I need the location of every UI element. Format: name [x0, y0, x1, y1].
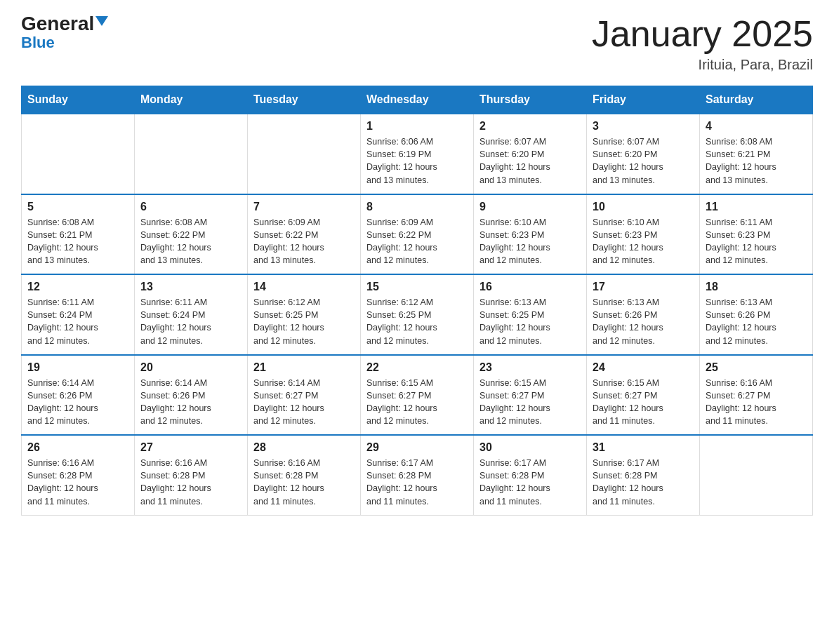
day-number: 26 [27, 441, 128, 454]
day-number: 20 [140, 361, 241, 374]
calendar-cell [135, 114, 248, 194]
calendar-week-1: 1Sunrise: 6:06 AM Sunset: 6:19 PM Daylig… [22, 114, 813, 194]
calendar-cell: 16Sunrise: 6:13 AM Sunset: 6:25 PM Dayli… [474, 274, 587, 355]
day-number: 2 [479, 120, 581, 133]
calendar-cell: 17Sunrise: 6:13 AM Sunset: 6:26 PM Dayli… [587, 274, 700, 355]
calendar-cell: 26Sunrise: 6:16 AM Sunset: 6:28 PM Dayli… [22, 435, 135, 515]
calendar-week-5: 26Sunrise: 6:16 AM Sunset: 6:28 PM Dayli… [22, 435, 813, 515]
day-info: Sunrise: 6:08 AM Sunset: 6:21 PM Dayligh… [706, 135, 807, 187]
day-number: 25 [706, 361, 807, 374]
calendar-cell: 5Sunrise: 6:08 AM Sunset: 6:21 PM Daylig… [22, 194, 135, 275]
calendar-cell: 15Sunrise: 6:12 AM Sunset: 6:25 PM Dayli… [361, 274, 474, 355]
calendar-cell: 28Sunrise: 6:16 AM Sunset: 6:28 PM Dayli… [248, 435, 361, 515]
day-info: Sunrise: 6:16 AM Sunset: 6:28 PM Dayligh… [140, 457, 241, 508]
day-info: Sunrise: 6:09 AM Sunset: 6:22 PM Dayligh… [253, 216, 355, 267]
day-number: 24 [593, 361, 694, 374]
day-info: Sunrise: 6:07 AM Sunset: 6:20 PM Dayligh… [479, 135, 581, 187]
day-number: 29 [366, 441, 468, 454]
day-number: 3 [593, 120, 694, 133]
day-number: 28 [253, 441, 355, 454]
day-info: Sunrise: 6:10 AM Sunset: 6:23 PM Dayligh… [593, 216, 694, 267]
day-info: Sunrise: 6:17 AM Sunset: 6:28 PM Dayligh… [479, 457, 581, 508]
day-info: Sunrise: 6:14 AM Sunset: 6:26 PM Dayligh… [140, 377, 241, 428]
day-number: 30 [479, 441, 581, 454]
day-info: Sunrise: 6:12 AM Sunset: 6:25 PM Dayligh… [253, 296, 355, 347]
day-number: 17 [593, 281, 694, 293]
day-info: Sunrise: 6:16 AM Sunset: 6:28 PM Dayligh… [27, 457, 128, 508]
calendar-week-3: 12Sunrise: 6:11 AM Sunset: 6:24 PM Dayli… [22, 274, 813, 355]
calendar-cell [22, 114, 135, 194]
calendar-cell: 14Sunrise: 6:12 AM Sunset: 6:25 PM Dayli… [248, 274, 361, 355]
calendar-cell: 10Sunrise: 6:10 AM Sunset: 6:23 PM Dayli… [587, 194, 700, 275]
day-number: 8 [366, 201, 468, 213]
day-number: 16 [479, 281, 581, 293]
calendar-cell: 24Sunrise: 6:15 AM Sunset: 6:27 PM Dayli… [587, 355, 700, 436]
col-header-thursday: Thursday [474, 86, 587, 114]
day-info: Sunrise: 6:11 AM Sunset: 6:24 PM Dayligh… [140, 296, 241, 347]
day-info: Sunrise: 6:08 AM Sunset: 6:22 PM Dayligh… [140, 216, 241, 267]
calendar-cell [248, 114, 361, 194]
day-number: 19 [27, 361, 128, 374]
day-info: Sunrise: 6:06 AM Sunset: 6:19 PM Dayligh… [366, 135, 468, 187]
calendar-cell: 31Sunrise: 6:17 AM Sunset: 6:28 PM Dayli… [587, 435, 700, 515]
calendar-cell: 1Sunrise: 6:06 AM Sunset: 6:19 PM Daylig… [361, 114, 474, 194]
logo-triangle-icon [95, 16, 108, 26]
logo-general-text: General [21, 14, 94, 34]
calendar-cell: 19Sunrise: 6:14 AM Sunset: 6:26 PM Dayli… [22, 355, 135, 436]
calendar-cell: 23Sunrise: 6:15 AM Sunset: 6:27 PM Dayli… [474, 355, 587, 436]
day-number: 31 [593, 441, 694, 454]
day-number: 21 [253, 361, 355, 374]
day-number: 5 [27, 201, 128, 213]
day-info: Sunrise: 6:15 AM Sunset: 6:27 PM Dayligh… [479, 377, 581, 428]
calendar-cell: 29Sunrise: 6:17 AM Sunset: 6:28 PM Dayli… [361, 435, 474, 515]
title-block: January 2025 Irituia, Para, Brazil [592, 14, 813, 73]
day-info: Sunrise: 6:13 AM Sunset: 6:26 PM Dayligh… [593, 296, 694, 347]
day-number: 6 [140, 201, 241, 213]
day-info: Sunrise: 6:07 AM Sunset: 6:20 PM Dayligh… [593, 135, 694, 187]
month-title: January 2025 [592, 14, 813, 54]
calendar-cell: 2Sunrise: 6:07 AM Sunset: 6:20 PM Daylig… [474, 114, 587, 194]
day-info: Sunrise: 6:11 AM Sunset: 6:24 PM Dayligh… [27, 296, 128, 347]
day-info: Sunrise: 6:11 AM Sunset: 6:23 PM Dayligh… [706, 216, 807, 267]
calendar-table: SundayMondayTuesdayWednesdayThursdayFrid… [21, 86, 813, 516]
calendar-cell: 8Sunrise: 6:09 AM Sunset: 6:22 PM Daylig… [361, 194, 474, 275]
calendar-week-4: 19Sunrise: 6:14 AM Sunset: 6:26 PM Dayli… [22, 355, 813, 436]
day-info: Sunrise: 6:12 AM Sunset: 6:25 PM Dayligh… [366, 296, 468, 347]
calendar-week-2: 5Sunrise: 6:08 AM Sunset: 6:21 PM Daylig… [22, 194, 813, 275]
day-info: Sunrise: 6:08 AM Sunset: 6:21 PM Dayligh… [27, 216, 128, 267]
col-header-friday: Friday [587, 86, 700, 114]
day-number: 15 [366, 281, 468, 293]
logo: General Blue [21, 14, 108, 52]
day-number: 1 [366, 120, 468, 133]
col-header-monday: Monday [135, 86, 248, 114]
calendar-header-row: SundayMondayTuesdayWednesdayThursdayFrid… [22, 86, 813, 114]
calendar-cell: 4Sunrise: 6:08 AM Sunset: 6:21 PM Daylig… [700, 114, 813, 194]
calendar-cell: 30Sunrise: 6:17 AM Sunset: 6:28 PM Dayli… [474, 435, 587, 515]
day-info: Sunrise: 6:13 AM Sunset: 6:25 PM Dayligh… [479, 296, 581, 347]
day-number: 18 [706, 281, 807, 293]
calendar-cell: 22Sunrise: 6:15 AM Sunset: 6:27 PM Dayli… [361, 355, 474, 436]
calendar-cell: 3Sunrise: 6:07 AM Sunset: 6:20 PM Daylig… [587, 114, 700, 194]
day-number: 27 [140, 441, 241, 454]
day-number: 13 [140, 281, 241, 293]
day-number: 9 [479, 201, 581, 213]
calendar-cell: 9Sunrise: 6:10 AM Sunset: 6:23 PM Daylig… [474, 194, 587, 275]
calendar-cell: 12Sunrise: 6:11 AM Sunset: 6:24 PM Dayli… [22, 274, 135, 355]
day-info: Sunrise: 6:14 AM Sunset: 6:27 PM Dayligh… [253, 377, 355, 428]
day-number: 7 [253, 201, 355, 213]
day-number: 14 [253, 281, 355, 293]
day-info: Sunrise: 6:16 AM Sunset: 6:27 PM Dayligh… [706, 377, 807, 428]
day-number: 23 [479, 361, 581, 374]
calendar-cell: 21Sunrise: 6:14 AM Sunset: 6:27 PM Dayli… [248, 355, 361, 436]
calendar-cell: 11Sunrise: 6:11 AM Sunset: 6:23 PM Dayli… [700, 194, 813, 275]
day-info: Sunrise: 6:16 AM Sunset: 6:28 PM Dayligh… [253, 457, 355, 508]
col-header-tuesday: Tuesday [248, 86, 361, 114]
day-info: Sunrise: 6:15 AM Sunset: 6:27 PM Dayligh… [593, 377, 694, 428]
page-header: General Blue January 2025 Irituia, Para,… [21, 14, 813, 73]
calendar-cell: 7Sunrise: 6:09 AM Sunset: 6:22 PM Daylig… [248, 194, 361, 275]
day-number: 10 [593, 201, 694, 213]
day-info: Sunrise: 6:10 AM Sunset: 6:23 PM Dayligh… [479, 216, 581, 267]
day-info: Sunrise: 6:14 AM Sunset: 6:26 PM Dayligh… [27, 377, 128, 428]
day-info: Sunrise: 6:09 AM Sunset: 6:22 PM Dayligh… [366, 216, 468, 267]
location-label: Irituia, Para, Brazil [592, 57, 813, 73]
